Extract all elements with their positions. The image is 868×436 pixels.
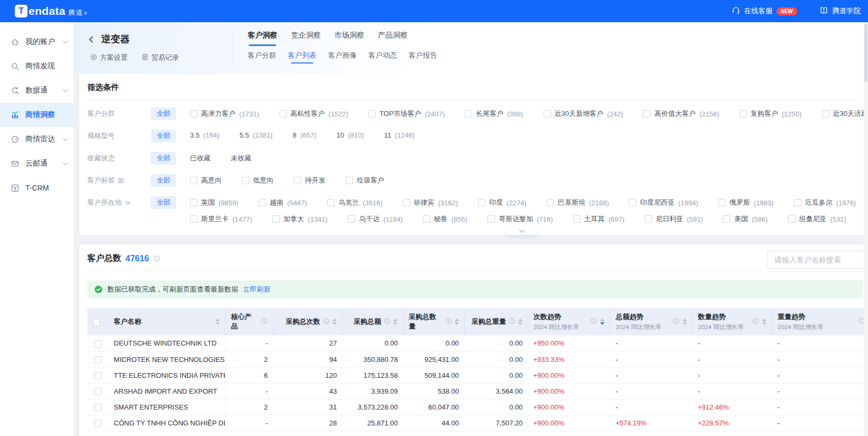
- sidebar-item-biz-radar[interactable]: 商情雷达: [0, 127, 74, 151]
- subtab-customer-report[interactable]: 客户报告: [409, 51, 437, 63]
- sidebar-item-biz-discovery[interactable]: 商情发现: [0, 54, 74, 78]
- checkbox[interactable]: [487, 215, 495, 223]
- filter-option[interactable]: 秘鲁(855): [423, 214, 467, 224]
- col-header-qty[interactable]: 采购总数量: [403, 308, 464, 335]
- cell-times[interactable]: 43: [273, 383, 342, 399]
- checkbox[interactable]: [346, 177, 353, 184]
- filter-option[interactable]: 加拿大(1341): [273, 214, 328, 224]
- checkbox[interactable]: [259, 199, 266, 206]
- filter-option[interactable]: 英国(9859): [190, 198, 239, 207]
- cell-times[interactable]: 120: [273, 367, 342, 383]
- filter-option[interactable]: 乌克兰(3516): [327, 198, 383, 207]
- topbar-item-online-support[interactable]: 在线客服NEW: [731, 6, 797, 16]
- col-header-t2[interactable]: 总额趋势2024 同比增长率: [610, 308, 692, 335]
- checkbox[interactable]: [327, 199, 334, 206]
- sidebar-item-biz-insight[interactable]: 商情洞察: [0, 103, 74, 127]
- filter-option[interactable]: 低意向: [242, 176, 274, 185]
- row-checkbox[interactable]: [94, 356, 102, 364]
- info-icon[interactable]: [153, 255, 160, 262]
- cell-name[interactable]: TTE ELECTRONICS INDIA PRIVATE ...: [108, 367, 225, 383]
- filter-option[interactable]: 高价值大客户(2156): [643, 109, 719, 119]
- filter-option[interactable]: 越南(5447): [259, 198, 308, 207]
- header-link-trade-records[interactable]: 贸易记录: [141, 53, 179, 62]
- checkbox[interactable]: [478, 199, 485, 206]
- filter-option[interactable]: 厄瓜多尔(1976): [794, 198, 856, 207]
- filter-option[interactable]: 10(810): [337, 131, 364, 139]
- filter-option[interactable]: 高粘性客户(1522): [279, 109, 349, 119]
- filter-option[interactable]: TOP市场客户(2407): [368, 109, 445, 119]
- checkbox[interactable]: [190, 110, 197, 117]
- scrollbar-thumb[interactable]: [864, 24, 867, 82]
- col-header-t1[interactable]: 次数趋势2024 同比增长率: [528, 308, 610, 335]
- sort-toggle[interactable]: [683, 319, 687, 325]
- sort-toggle[interactable]: [518, 319, 522, 325]
- cell-times[interactable]: 27: [273, 335, 342, 351]
- sidebar-item-my-account[interactable]: 我的账户: [0, 30, 74, 54]
- filter-option[interactable]: 近30天活跃客户(416): [822, 109, 868, 119]
- col-header-weight[interactable]: 采购总重量: [464, 308, 528, 335]
- tab-customer-insight[interactable]: 客户洞察: [248, 31, 277, 46]
- checkbox[interactable]: [629, 199, 636, 206]
- sort-toggle[interactable]: [600, 319, 604, 325]
- filter-option[interactable]: 8(657): [293, 131, 317, 139]
- checkbox[interactable]: [368, 110, 376, 117]
- sidebar-item-t-crm[interactable]: T-CRM: [0, 176, 74, 200]
- cell-times[interactable]: 94: [273, 351, 342, 367]
- sidebar-item-cloud-mail[interactable]: 云邮通: [0, 151, 74, 176]
- row-checkbox[interactable]: [94, 372, 102, 379]
- collapse-filters-button[interactable]: [505, 227, 538, 235]
- back-button[interactable]: [90, 37, 95, 42]
- filter-option[interactable]: 坦桑尼亚(531): [788, 214, 846, 224]
- checkbox[interactable]: [822, 110, 829, 117]
- filter-all-tag[interactable]: 全部: [151, 152, 176, 165]
- filter-option[interactable]: 菲律宾(3162): [403, 198, 458, 207]
- checkbox[interactable]: [423, 215, 430, 223]
- tab-product-insight[interactable]: 产品洞察: [378, 31, 408, 46]
- filter-option[interactable]: 未收藏: [231, 153, 251, 163]
- checkbox[interactable]: [723, 215, 730, 223]
- cell-name[interactable]: DEUTSCHE WINDTECHNIK LTD: [108, 335, 225, 351]
- subtab-customer-list[interactable]: 客户列表: [288, 51, 317, 63]
- checkbox[interactable]: [242, 177, 249, 184]
- filter-option[interactable]: 印度(2274): [478, 198, 527, 207]
- checkbox[interactable]: [739, 110, 747, 117]
- cell-times[interactable]: 31: [273, 399, 342, 415]
- row-checkbox[interactable]: [94, 404, 102, 411]
- cell-core[interactable]: 2: [225, 351, 273, 367]
- tab-competitor-insight[interactable]: 竞企洞察: [291, 31, 321, 46]
- col-header-t3[interactable]: 数量趋势2024 同比增长率: [692, 308, 772, 335]
- filter-option[interactable]: 垃圾客户: [346, 176, 384, 185]
- filter-option[interactable]: 乌干达(1184): [348, 214, 403, 224]
- subtab-customer-activity[interactable]: 客户动态: [368, 51, 397, 63]
- checkbox[interactable]: [190, 199, 197, 206]
- sort-toggle[interactable]: [762, 319, 766, 325]
- tab-market-insight[interactable]: 市场洞察: [334, 31, 364, 46]
- checkbox[interactable]: [645, 215, 652, 223]
- filter-all-tag[interactable]: 全部: [151, 196, 176, 209]
- cell-name[interactable]: ARSHAD IMPORT AND EXPORT: [108, 383, 225, 399]
- checkbox[interactable]: [190, 215, 197, 223]
- subtab-customer-profile[interactable]: 客户画像: [328, 51, 357, 63]
- topbar-item-tendata-academy[interactable]: 腾道学院: [819, 6, 861, 16]
- filter-option[interactable]: 土耳其(697): [573, 214, 625, 224]
- sidebar-item-data-link[interactable]: 数据通: [0, 78, 74, 103]
- filter-option[interactable]: 巴基斯坦(2188): [547, 198, 609, 207]
- checkbox[interactable]: [190, 177, 197, 184]
- cell-core[interactable]: 2: [225, 399, 273, 415]
- cell-name[interactable]: SMART ENTERPRISES: [108, 399, 225, 415]
- filter-option[interactable]: 11(1246): [384, 131, 415, 139]
- filter-option[interactable]: 哥斯达黎加(716): [487, 214, 553, 224]
- checkbox[interactable]: [718, 199, 726, 206]
- cell-name[interactable]: MICROTEK NEW TECHNOLOGIES P...: [108, 351, 225, 367]
- brand-logo[interactable]: T endata 腾道 ®: [15, 5, 87, 17]
- filter-all-tag[interactable]: 全部: [151, 107, 176, 120]
- filter-option[interactable]: 长尾客户(398): [465, 109, 523, 119]
- col-header-name[interactable]: 客户名称: [108, 308, 225, 335]
- checkbox[interactable]: [279, 110, 287, 117]
- filter-option[interactable]: 高潜力客户(1731): [190, 109, 259, 119]
- customer-search-input[interactable]: [767, 251, 868, 269]
- filter-all-tag[interactable]: 全部: [151, 130, 176, 142]
- filter-option[interactable]: 已收藏: [190, 153, 211, 163]
- checkbox[interactable]: [547, 199, 554, 206]
- sort-toggle[interactable]: [455, 319, 459, 325]
